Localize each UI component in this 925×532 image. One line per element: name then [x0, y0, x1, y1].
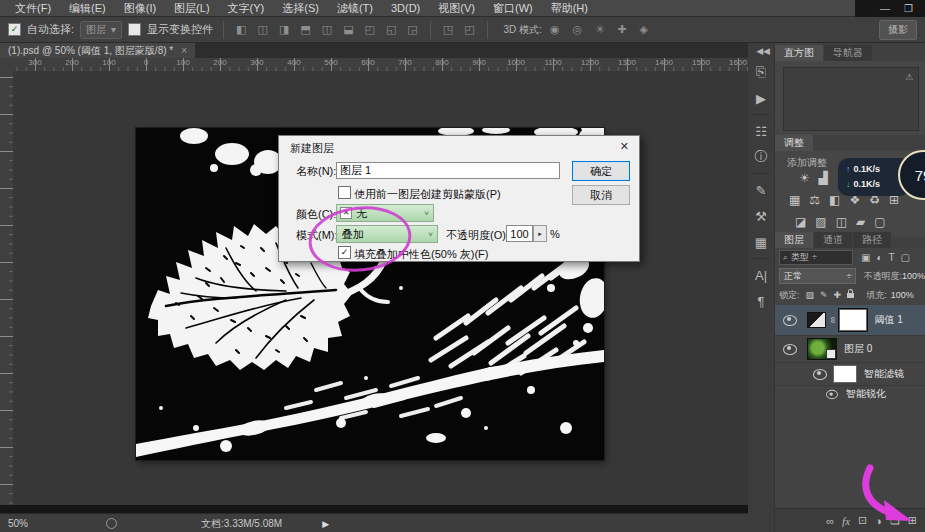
menu-item[interactable]: 图像(I) — [115, 0, 165, 17]
distribute-icon[interactable]: ◰ — [462, 23, 476, 36]
clipping-mask-checkbox[interactable] — [338, 186, 351, 199]
adjustment-icon[interactable]: ◫ — [836, 215, 847, 229]
layer-filter-icon[interactable]: ▣ — [861, 252, 870, 263]
add-layer-mask-icon[interactable]: ⊡ — [858, 514, 867, 527]
link-layers-icon[interactable]: ∞ — [826, 515, 834, 527]
align-icon[interactable]: ◲ — [405, 23, 419, 36]
info-panel-icon[interactable]: ⓘ — [748, 144, 774, 170]
tab-layers[interactable]: 图层 — [775, 232, 813, 248]
collapse-dock-icon[interactable]: ◀◀ — [756, 46, 770, 56]
layer-mask-thumbnail[interactable] — [839, 309, 867, 331]
align-icon[interactable]: ◨ — [277, 23, 291, 36]
opacity-input[interactable]: 100 — [506, 225, 533, 242]
smart-filter-mask-thumbnail[interactable] — [833, 365, 857, 383]
new-adjustment-layer-icon[interactable]: ◑ — [875, 515, 882, 527]
smart-sharpen-label[interactable]: 智能锐化 — [846, 387, 886, 401]
restore-icon[interactable]: ❐ — [904, 4, 913, 14]
paragraph-panel-icon[interactable]: ¶ — [748, 288, 774, 314]
adjustment-icon[interactable]: ▨ — [815, 215, 826, 229]
tool-presets-panel-icon[interactable]: ▦ — [748, 229, 774, 255]
menu-item[interactable]: 文字(Y) — [219, 0, 274, 17]
layer-row-threshold[interactable]: ∞ 阈值 1 — [775, 305, 925, 336]
blend-mode-dropdown[interactable]: 正常 ÷ — [779, 268, 856, 284]
menu-item[interactable]: 选择(S) — [273, 0, 328, 17]
layer-thumbnail[interactable] — [807, 338, 837, 360]
layer-filter-icon[interactable]: ▢ — [901, 252, 910, 263]
history-panel-icon[interactable]: ⎘ — [748, 59, 774, 85]
layer-filter-icon[interactable]: T — [889, 252, 895, 263]
layer-name[interactable]: 阈值 1 — [874, 313, 902, 327]
mask-link-icon[interactable]: ∞ — [828, 317, 838, 323]
align-icon[interactable]: ◱ — [384, 23, 398, 36]
3d-mode-icon[interactable]: ✚ — [615, 23, 628, 36]
menu-item[interactable]: 帮助(H) — [542, 0, 597, 17]
visibility-eye-icon[interactable] — [826, 389, 838, 398]
zoom-level[interactable]: 50% — [8, 518, 28, 529]
fill-value[interactable]: 100% — [891, 290, 914, 300]
opacity-spinner[interactable]: ▸ — [533, 225, 547, 242]
layer-style-fx-icon[interactable]: fx — [842, 515, 850, 527]
align-icon[interactable]: ◰ — [363, 23, 377, 36]
layer-name-input[interactable]: 图层 1 — [336, 162, 560, 179]
3d-mode-icon[interactable]: ✳ — [593, 23, 606, 36]
new-group-icon[interactable]: ❏ — [890, 514, 900, 527]
tab-navigator[interactable]: 导航器 — [824, 45, 872, 61]
tab-histogram[interactable]: 直方图 — [775, 45, 823, 61]
auto-select-dropdown[interactable]: 图层 ▾ — [80, 21, 122, 39]
blend-mode-dropdown[interactable]: 叠加 ˅ — [336, 225, 438, 243]
lock-all-icon[interactable] — [847, 293, 854, 298]
lock-transparent-icon[interactable]: ▨ — [806, 290, 815, 300]
speed-widget[interactable]: ↑ 0.1K/s ↓ 0.1K/s 79 — [838, 155, 925, 201]
workspace-button[interactable]: 摄影 — [879, 20, 917, 40]
visibility-eye-icon[interactable] — [813, 369, 827, 380]
layer-row-smart-filters[interactable]: 智能滤镜 — [775, 363, 925, 386]
adjustment-icon[interactable]: ▦ — [789, 193, 800, 207]
3d-mode-icon[interactable]: ◈ — [638, 23, 650, 36]
adjustment-icon[interactable]: ▟ — [819, 171, 828, 185]
menu-item[interactable]: 3D(D) — [382, 0, 429, 17]
tab-channels[interactable]: 通道 — [814, 232, 852, 248]
menu-item[interactable]: 视图(V) — [429, 0, 484, 17]
menu-item[interactable]: 图层(L) — [165, 0, 218, 17]
layer-row-smart-sharpen[interactable]: 智能锐化 — [775, 386, 925, 402]
actions-panel-icon[interactable]: ▶ — [748, 85, 774, 111]
opacity-value[interactable]: 100% — [902, 271, 925, 281]
visibility-eye-icon[interactable] — [783, 344, 797, 355]
adjustment-icon[interactable]: ▰ — [856, 215, 865, 229]
brush-panel-icon[interactable]: ✎ — [748, 177, 774, 203]
adjustment-icon[interactable]: ◪ — [795, 215, 806, 229]
layer-name[interactable]: 图层 0 — [844, 342, 872, 356]
layer-filter-type-dropdown[interactable]: ⌕ 类型 ÷ — [779, 250, 853, 265]
layer-filter-icon[interactable]: ◐ — [876, 252, 882, 263]
tab-paths[interactable]: 路径 — [853, 232, 891, 248]
lock-paint-icon[interactable]: ✎ — [820, 290, 828, 300]
align-icon[interactable]: ⬓ — [341, 23, 355, 36]
warning-icon[interactable]: ⚠ — [905, 72, 913, 82]
show-transform-checkbox[interactable] — [128, 23, 141, 36]
auto-select-checkbox[interactable]: ✓ — [8, 23, 21, 36]
align-icon[interactable]: ◫ — [256, 23, 270, 36]
cancel-button[interactable]: 取消 — [572, 185, 630, 205]
menu-item[interactable]: 文件(F) — [6, 0, 60, 17]
new-layer-icon[interactable]: ⊞ — [908, 514, 917, 527]
adjustment-icon[interactable]: ⚖ — [809, 193, 820, 207]
minimize-icon[interactable]: — — [880, 4, 890, 14]
smart-filters-label[interactable]: 智能滤镜 — [864, 367, 904, 381]
align-icon[interactable]: ◧ — [234, 23, 248, 36]
fill-neutral-checkbox[interactable]: ✓ — [338, 246, 351, 259]
lock-move-icon[interactable]: ✚ — [834, 290, 842, 300]
align-icon[interactable]: ⬒ — [298, 23, 312, 36]
3d-mode-icon[interactable]: ◎ — [571, 23, 585, 36]
threshold-adjustment-thumbnail[interactable] — [807, 312, 826, 328]
color-dropdown[interactable]: ✕ 无 ˅ — [336, 204, 434, 222]
properties-panel-icon[interactable]: ☷ — [748, 118, 774, 144]
close-icon[interactable]: ✕ — [620, 140, 629, 153]
adjustment-icon[interactable]: ☀ — [799, 171, 810, 185]
menu-item[interactable]: 编辑(E) — [60, 0, 115, 17]
document-tab[interactable]: (1).psd @ 50% (阈值 1, 图层蒙版/8) * × — [0, 43, 195, 58]
tab-adjustments[interactable]: 调整 — [775, 135, 813, 151]
distribute-icon[interactable]: ◳ — [441, 23, 455, 36]
close-icon[interactable]: × — [181, 45, 187, 56]
visibility-eye-icon[interactable] — [783, 315, 797, 326]
adjustment-icon[interactable]: ▢ — [874, 215, 885, 229]
